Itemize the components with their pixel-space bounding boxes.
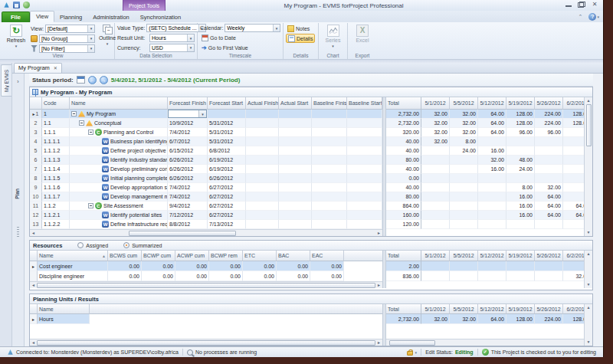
series-button[interactable]: Series ▾ bbox=[321, 24, 345, 52]
excel-button[interactable]: Excel bbox=[350, 24, 375, 52]
forecast-finish-editor[interactable]: ▾ bbox=[168, 110, 207, 118]
column-header-code[interactable]: Code bbox=[42, 97, 70, 110]
tab-file[interactable]: File bbox=[2, 11, 30, 22]
scrollbar-thumb[interactable] bbox=[129, 231, 236, 236]
scrollbar-thumb[interactable] bbox=[389, 340, 435, 346]
column-header-period[interactable]: 5/1/2012 bbox=[421, 97, 450, 110]
table-row[interactable]: 160.00 16.00 64.00 64.00 bbox=[386, 211, 584, 220]
scroll-left-icon[interactable]: ◄ bbox=[30, 230, 37, 236]
column-header-period[interactable]: 5/12/2012 bbox=[478, 304, 506, 314]
column-header-name[interactable]: Name bbox=[70, 97, 168, 110]
previous-period-button[interactable]: ← bbox=[88, 76, 97, 84]
chevron-down-icon[interactable]: ▾ bbox=[87, 35, 94, 42]
cell-forecast-finish[interactable]: 7/4/2012 ▾ bbox=[168, 128, 208, 137]
horizontal-scrollbar[interactable]: ► bbox=[386, 339, 584, 346]
chevron-down-icon[interactable]: ▾ bbox=[187, 44, 194, 51]
table-row[interactable]: 320.00 32.00 32.00 64.00 96.00 96.00 bbox=[386, 128, 584, 137]
table-row[interactable]: 0.00 bbox=[386, 174, 584, 183]
column-header-baseline-start[interactable]: Baseline Start bbox=[347, 97, 382, 110]
table-row[interactable]: 9 1.1.1.6 Develop appropriation strategy bbox=[30, 183, 382, 192]
table-row[interactable]: 13 1.1.2.2 Define infrastructure require… bbox=[30, 220, 382, 229]
scroll-up-icon[interactable]: ▲ bbox=[587, 97, 591, 104]
splitter-handle[interactable] bbox=[17, 227, 19, 238]
column-header-forecast-finish[interactable]: Forecast Finish bbox=[168, 97, 208, 110]
column-header-period[interactable]: 5/5/2012 bbox=[450, 97, 478, 110]
table-row[interactable]: 40.00 32.00 8.00 bbox=[386, 137, 584, 146]
cell-forecast-finish[interactable]: 7/4/2012 ▾ bbox=[168, 183, 208, 192]
cell-forecast-finish[interactable]: 9/4/2012 ▾ bbox=[168, 202, 208, 211]
table-row[interactable]: 1 1 My Program bbox=[30, 110, 382, 119]
restore-button[interactable] bbox=[578, 2, 585, 8]
table-row[interactable]: Cost engineer 0.00 0.00 0.00 0.00 0.00 0… bbox=[30, 261, 382, 271]
scroll-left-icon[interactable]: ◄ bbox=[30, 339, 37, 346]
table-row[interactable]: 40.00 8.00 32.00 bbox=[386, 183, 584, 192]
table-row[interactable]: Hours bbox=[30, 314, 382, 324]
column-header-acwp-cum[interactable]: ACWP cum bbox=[175, 251, 209, 261]
plan-tab-label[interactable]: Plan bbox=[15, 189, 20, 199]
column-header-total[interactable]: Total bbox=[386, 251, 421, 261]
column-header-period[interactable]: 6/2/2012 bbox=[563, 251, 584, 261]
column-header-period[interactable]: 5/1/2012 bbox=[421, 251, 450, 261]
scroll-up-icon[interactable]: ▲ bbox=[587, 304, 591, 311]
scroll-right-icon[interactable]: ► bbox=[375, 230, 382, 236]
table-row[interactable]: 2 1.1 Conceptual bbox=[30, 119, 382, 128]
scroll-down-icon[interactable]: ▼ bbox=[587, 281, 591, 288]
horizontal-scrollbar[interactable]: ◄ ► bbox=[30, 281, 382, 288]
column-header-total[interactable]: Total bbox=[386, 97, 421, 110]
chevron-down-icon[interactable]: ▾ bbox=[87, 25, 94, 32]
table-row[interactable]: 2,732.00 32.00 32.00 64.00 128.00 224.00… bbox=[386, 314, 584, 324]
close-button[interactable]: ✕ bbox=[591, 2, 598, 8]
column-header-period[interactable]: 5/19/2012 bbox=[506, 251, 535, 261]
column-header-bac[interactable]: BAC bbox=[277, 251, 310, 261]
column-header-eac[interactable]: EAC bbox=[310, 251, 344, 261]
tab-my-evms[interactable]: My EVMS bbox=[1, 64, 11, 97]
table-row[interactable]: 80.00 32.00 48.00 bbox=[386, 156, 584, 165]
calendar-select[interactable]: Weekly ▾ bbox=[225, 24, 280, 32]
table-row[interactable]: 6 1.1.1.3 Identify industry standards f.… bbox=[30, 156, 382, 165]
table-row[interactable]: 12 1.1.2.1 Identify potential sites bbox=[30, 211, 382, 220]
column-header-period[interactable]: 6/2/2012 bbox=[563, 304, 584, 314]
process-monitor-icon[interactable] bbox=[187, 349, 193, 356]
column-header-period[interactable]: 5/12/2012 bbox=[478, 251, 506, 261]
cell-forecast-finish[interactable]: 7/4/2012 ▾ bbox=[168, 192, 208, 202]
column-header-bcws-cum[interactable]: BCWS cum bbox=[108, 251, 142, 261]
value-type-select[interactable]: (SETC) Schedule ... ▾ bbox=[146, 24, 205, 32]
table-row[interactable]: 10 1.1.1.7 Develop management model ... bbox=[30, 192, 382, 202]
column-header-baseline-finish[interactable]: Baseline Finish bbox=[312, 97, 347, 110]
cell-forecast-finish[interactable]: 8/8/2012 ▾ bbox=[168, 220, 208, 229]
tab-synchronization[interactable]: Synchronization bbox=[135, 12, 186, 22]
table-row[interactable]: 40.00 24.00 16.00 bbox=[386, 146, 584, 156]
chevron-down-icon[interactable]: ▾ bbox=[198, 110, 206, 117]
scroll-down-icon[interactable]: ▼ bbox=[587, 229, 591, 236]
refresh-button[interactable]: Refresh ▾ bbox=[4, 24, 28, 48]
table-row[interactable]: 120.00 bbox=[386, 220, 584, 229]
column-header-period[interactable]: 5/26/2012 bbox=[535, 97, 563, 110]
collapse-node-icon[interactable] bbox=[88, 203, 93, 208]
table-row[interactable]: 864.00 16.00 64.00 64.00 bbox=[386, 202, 584, 211]
column-header-etc[interactable]: ETC bbox=[243, 251, 277, 261]
scroll-right-icon[interactable]: ► bbox=[375, 282, 382, 288]
next-period-button[interactable]: → bbox=[100, 76, 108, 84]
table-row[interactable]: 2.00 bbox=[386, 261, 584, 271]
vertical-scrollbar[interactable]: ▲ ▼ bbox=[584, 97, 592, 236]
column-header-period[interactable]: 6/2/2012 bbox=[563, 97, 584, 110]
status-period-calendar-icon[interactable] bbox=[77, 76, 85, 84]
column-header-name[interactable]: Name bbox=[38, 304, 90, 314]
project-tools-contextual-tab[interactable]: Project Tools bbox=[123, 0, 166, 11]
table-row[interactable]: 3 1.1.1 Planning and Control bbox=[30, 128, 382, 137]
currency-select[interactable]: USD ▾ bbox=[149, 44, 195, 52]
cell-forecast-finish[interactable]: ▾ bbox=[168, 110, 208, 119]
column-header-period[interactable]: 5/5/2012 bbox=[450, 251, 478, 261]
cell-forecast-finish[interactable]: 10/9/2012 ▾ bbox=[168, 119, 208, 128]
chevron-down-icon[interactable]: ▾ bbox=[187, 34, 194, 41]
collapse-node-icon[interactable] bbox=[88, 130, 93, 135]
column-header-period[interactable]: 5/12/2012 bbox=[478, 97, 506, 110]
cell-forecast-finish[interactable]: 6/26/2012 ▾ bbox=[168, 156, 208, 165]
scrollbar-thumb[interactable] bbox=[37, 340, 375, 346]
table-row[interactable]: 7 1.1.1.4 Develop preliminary concept... bbox=[30, 165, 382, 174]
cell-forecast-finish[interactable]: 6/26/2012 ▾ bbox=[168, 165, 208, 174]
filter-select[interactable]: [No Filter] ▾ bbox=[39, 44, 95, 53]
column-header-period[interactable]: 5/19/2012 bbox=[506, 304, 535, 314]
radio-assigned[interactable]: Assigned bbox=[77, 242, 108, 248]
scrollbar-thumb[interactable] bbox=[586, 104, 592, 146]
